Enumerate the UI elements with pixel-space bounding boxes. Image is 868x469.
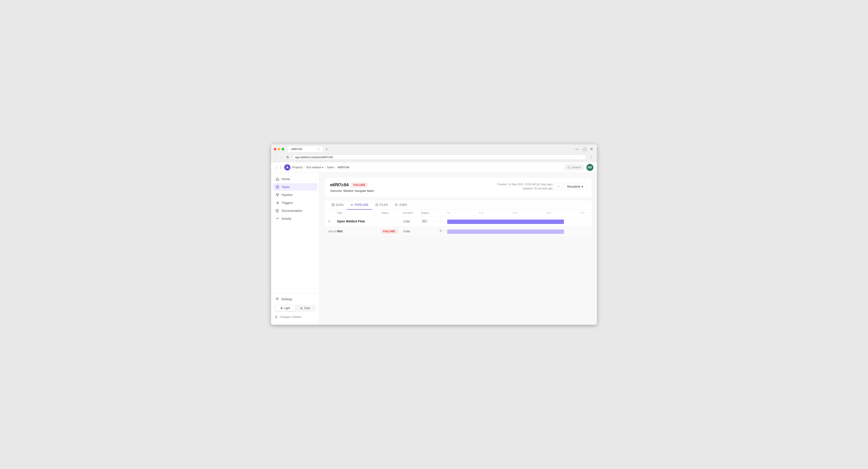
svg-point-12 — [278, 194, 279, 195]
address-bar[interactable] — [292, 155, 586, 160]
breadcrumb-tasks[interactable]: Tasks — [327, 166, 334, 169]
close-button[interactable] — [274, 148, 276, 150]
header-expand — [328, 211, 337, 214]
task-header-right: Created: 14 Sep 2023, 10:50 AM (62 days … — [497, 182, 586, 191]
collapse-icon — [275, 315, 279, 319]
breadcrumb-current: e6f97c94 — [338, 166, 349, 169]
browser-tab[interactable]: e6f97c94 ✕ — [288, 146, 323, 152]
svg-point-18 — [277, 298, 278, 299]
svg-line-6 — [569, 168, 570, 169]
dark-theme-button[interactable]: Dark — [295, 305, 315, 311]
tab-data[interactable]: DATA — [328, 200, 347, 210]
row-stages: 0/1 — [421, 219, 438, 223]
gear-icon — [439, 229, 442, 232]
tab-close-icon[interactable]: ✕ — [317, 147, 319, 150]
tab-files[interactable]: FILES — [372, 200, 392, 210]
svg-point-13 — [277, 195, 278, 196]
task-status-badge: FAILURE — [351, 183, 368, 187]
row-pipe-name: Open Webbot Flow — [337, 220, 381, 223]
row-more-button[interactable]: ··· — [438, 219, 443, 224]
collapse-sidebar-button[interactable]: Collapse Sidebar — [273, 313, 317, 320]
browser-more-button[interactable]: ⋮ — [588, 154, 594, 160]
svg-point-11 — [276, 194, 277, 195]
breadcrumb-project[interactable]: Test webbot ▾ — [306, 166, 323, 169]
tab-jobs[interactable]: JOBS — [392, 200, 411, 210]
row-child-status: FAILURE — [381, 229, 403, 233]
browser-tabs: e6f97c94 ✕ + — [288, 146, 330, 152]
breadcrumb-sep3: / — [335, 166, 336, 169]
sidebar-item-settings[interactable]: Settings — [273, 295, 317, 303]
sun-icon — [280, 307, 283, 309]
timeline-child-bar — [447, 229, 585, 234]
outcome-label: Outcome: — [330, 189, 342, 193]
sidebar-item-tasks[interactable]: Tasks — [273, 183, 317, 191]
svg-point-4 — [286, 168, 286, 168]
sidebar-activity-label: Activity — [282, 217, 291, 221]
sidebar-item-pipeline[interactable]: Pipeline — [273, 191, 317, 199]
task-updated: Updated: 35 seconds ago — [497, 187, 553, 191]
tab-pipeline[interactable]: PIPELINE — [347, 200, 372, 210]
pipeline-icon — [275, 193, 279, 197]
resubmit-chevron-icon: ▾ — [582, 185, 583, 188]
svg-point-19 — [281, 308, 282, 309]
task-created: Created: 14 Sep 2023, 10:50 AM (62 days … — [497, 182, 553, 187]
timeline-label-04s: 0.4s — [513, 211, 517, 214]
row-expand[interactable]: ▾ — [328, 220, 337, 223]
window-close-btn[interactable]: ✕ — [589, 146, 594, 152]
task-outcome: Outcome: Webbot: Navigate failed — [330, 189, 374, 193]
minimize-button[interactable] — [278, 148, 280, 150]
header-pipe: Pipe — [337, 211, 381, 214]
sidebar-triggers-label: Triggers — [282, 201, 293, 205]
sidebar-home-label: Home — [282, 177, 290, 181]
top-nav: ⋮⋮ Projects / Test webbot ▾ / Tasks — [271, 162, 597, 173]
sidebar-bottom: Settings Light — [271, 293, 319, 322]
task-info: e6f97c94 FAILURE Outcome: Webbot: Naviga… — [330, 182, 374, 193]
window-restore-btn[interactable]: ⬜ — [581, 146, 588, 152]
row-duration: 0.68s — [403, 220, 421, 223]
app-logo — [284, 164, 290, 170]
table-row: ▾ Open Webbot Flow 0.68s 0/1 ··· — [325, 216, 592, 226]
sidebar-item-triggers[interactable]: Triggers — [273, 199, 317, 207]
timeline-bar-fill — [447, 220, 564, 224]
sidebar-item-documentation[interactable]: Documentation — [273, 207, 317, 214]
add-tab-button[interactable]: + — [324, 146, 330, 152]
svg-line-14 — [277, 195, 277, 195]
more-options-button[interactable]: ··· — [554, 183, 562, 190]
pipeline-tab-icon — [350, 203, 353, 206]
settings-icon — [275, 297, 279, 301]
svg-point-2 — [287, 165, 288, 166]
svg-rect-24 — [332, 204, 334, 206]
breadcrumb-dropdown-icon[interactable]: ▾ — [322, 166, 323, 169]
reload-button[interactable]: ↻ — [285, 154, 290, 160]
resubmit-button[interactable]: Resubmit ▾ — [564, 183, 586, 190]
header-timeline: 0s 0.2s 0.4s 0.6s 0.8s — [447, 211, 588, 214]
breadcrumb-sep2: / — [325, 166, 326, 169]
row-child-settings-button[interactable] — [438, 229, 443, 234]
light-theme-button[interactable]: Light — [275, 305, 295, 311]
back-button[interactable]: ‹ — [274, 155, 277, 160]
row-child-name: Test — [337, 229, 381, 233]
maximize-button[interactable] — [282, 148, 284, 150]
browser-chrome: e6f97c94 ✕ + — ⬜ ✕ ‹ › ↻ ⋮ — [271, 144, 597, 162]
triggers-icon — [275, 201, 279, 205]
avatar[interactable]: BB — [586, 164, 593, 171]
sidebar-item-home[interactable]: Home — [273, 175, 317, 183]
row-timeline — [447, 219, 588, 224]
timeline-label-02s: 0.2s — [479, 211, 484, 214]
grid-icon[interactable]: ⋮⋮ — [275, 165, 282, 170]
chevron-down-icon[interactable]: ▾ — [328, 220, 330, 223]
main-area: Home Tasks — [271, 173, 597, 325]
sidebar-item-activity[interactable]: Activity — [273, 215, 317, 223]
window-buttons — [274, 148, 284, 150]
svg-line-15 — [277, 195, 278, 195]
task-title-row: e6f97c94 FAILURE — [330, 182, 374, 188]
sidebar-tasks-label: Tasks — [282, 185, 289, 189]
pipeline-table: Pipe Status Duration Stages 0s 0.2s 0.4s — [325, 210, 592, 236]
header-actions — [438, 211, 447, 214]
row-child-timeline — [447, 229, 588, 234]
tab-data-label: DATA — [336, 203, 343, 207]
breadcrumb-projects[interactable]: Projects — [292, 166, 303, 169]
window-minimize-btn[interactable]: — — [574, 146, 580, 152]
search-button[interactable]: Search — [565, 164, 584, 170]
forward-button[interactable]: › — [279, 155, 283, 160]
